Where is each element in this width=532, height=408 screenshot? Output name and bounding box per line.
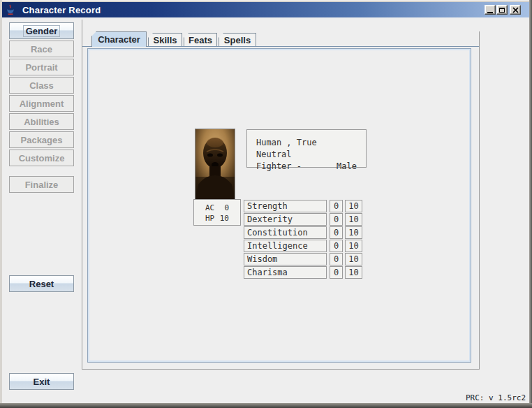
ability-name: Constitution	[244, 226, 327, 239]
sidebar-button-alignment[interactable]: Alignment	[9, 95, 74, 112]
maximize-button[interactable]	[496, 5, 508, 15]
hp-value: 10	[219, 213, 229, 224]
tab-skills[interactable]: Skills	[148, 33, 182, 46]
sidebar-button-abilities[interactable]: Abilities	[9, 113, 74, 130]
tab-character[interactable]: Character	[91, 31, 147, 47]
ability-score: 10	[345, 200, 362, 212]
left-panel-separator	[82, 20, 82, 370]
tab-feats[interactable]: Feats	[184, 33, 217, 46]
summary-gender: Male	[337, 161, 357, 173]
hp-row: HP 10	[194, 213, 240, 224]
hp-label: HP	[205, 213, 219, 224]
ability-modifier: 0	[330, 226, 343, 239]
ability-name: Dexterity	[244, 213, 327, 226]
sidebar-button-finalize[interactable]: Finalize	[9, 176, 74, 193]
ac-row: AC 0	[194, 203, 240, 213]
summary-race-alignment: Human , True Neutral	[256, 137, 357, 161]
sidebar-button-class[interactable]: Class	[9, 77, 74, 94]
ac-label: AC	[205, 203, 219, 213]
summary-class-gender: Fighter - Male	[256, 161, 357, 173]
window-frame-right	[529, 0, 532, 408]
character-portrait	[195, 129, 235, 200]
character-record-window: Character Record Gender Race Portrait Cl…	[0, 0, 532, 408]
ability-score: 10	[345, 240, 362, 252]
sidebar-button-packages[interactable]: Packages	[9, 131, 74, 148]
ability-modifier: 0	[330, 253, 343, 265]
window-frame-bottom	[0, 403, 532, 408]
ability-modifier: 0	[330, 200, 343, 212]
maximize-icon	[499, 8, 505, 13]
ability-score: 10	[345, 266, 362, 279]
character-summary-box: Human , True Neutral Fighter - Male	[246, 129, 367, 168]
ability-score: 10	[345, 226, 362, 239]
close-button[interactable]	[510, 5, 521, 15]
exit-button[interactable]: Exit	[9, 373, 74, 390]
ability-name: Wisdom	[244, 253, 327, 265]
sidebar-button-label: Gender	[23, 25, 61, 37]
summary-class: Fighter -	[256, 161, 302, 173]
java-coffee-cup-icon	[5, 4, 16, 15]
sidebar-button-race[interactable]: Race	[9, 41, 74, 57]
ability-modifier: 0	[330, 266, 343, 279]
ability-name: Charisma	[244, 266, 327, 279]
sidebar-button-gender[interactable]: Gender	[9, 22, 74, 39]
vitals-box: AC 0 HP 10	[193, 199, 241, 226]
tabpane-bottom-border	[82, 369, 480, 370]
sidebar-button-portrait[interactable]: Portrait	[9, 59, 74, 75]
ability-modifier: 0	[330, 213, 343, 226]
tabpane-right-border	[479, 31, 480, 370]
reset-button[interactable]: Reset	[9, 275, 74, 292]
ability-score: 10	[345, 253, 362, 265]
minimize-button[interactable]	[485, 5, 496, 15]
window-controls	[485, 5, 521, 15]
version-label: PRC: v 1.5rc2	[466, 393, 526, 402]
ability-name: Strength	[244, 200, 327, 212]
tab-spells[interactable]: Spells	[219, 33, 256, 46]
close-icon	[512, 7, 519, 13]
ability-modifier: 0	[330, 240, 343, 252]
ability-name: Intelligence	[244, 240, 327, 252]
titlebar[interactable]: Character Record	[2, 2, 529, 17]
window-frame-left	[0, 0, 2, 408]
minimize-icon	[487, 12, 493, 13]
ability-score: 10	[345, 213, 362, 226]
ac-value: 0	[219, 203, 229, 213]
sidebar-button-customize[interactable]: Customize	[9, 150, 74, 166]
window-title: Character Record	[22, 5, 101, 15]
